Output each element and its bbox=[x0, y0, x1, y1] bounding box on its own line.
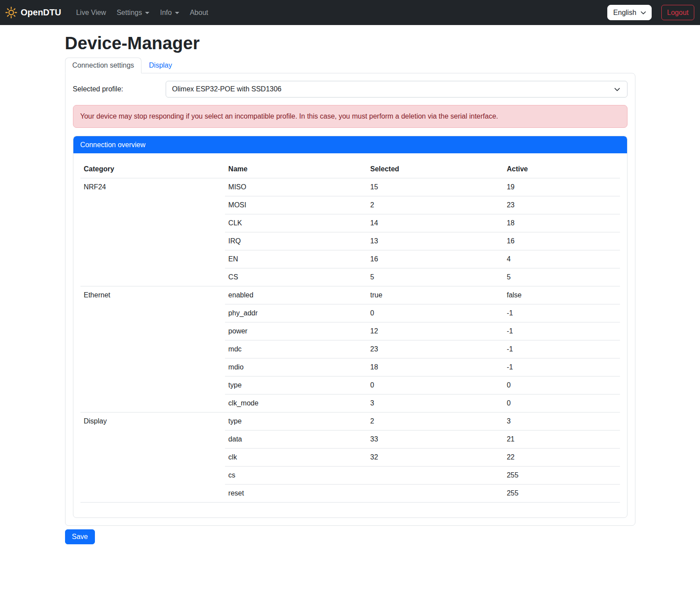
category-cell: Ethernet bbox=[80, 286, 225, 412]
connection-table: CategoryNameSelectedActive NRF24MISO1519… bbox=[80, 160, 620, 503]
chevron-down-icon bbox=[614, 86, 620, 94]
active-cell: 19 bbox=[503, 178, 620, 196]
tab-bar: Connection settings Display bbox=[65, 58, 635, 73]
active-cell: -1 bbox=[503, 358, 620, 376]
nav-item-label: Live View bbox=[76, 9, 106, 17]
selected-cell: 12 bbox=[367, 322, 504, 340]
selected-cell: 14 bbox=[367, 214, 504, 232]
selected-cell: 32 bbox=[367, 449, 504, 467]
selected-cell: 0 bbox=[367, 376, 504, 394]
name-cell: phy_addr bbox=[225, 304, 367, 322]
table-header-row: CategoryNameSelectedActive bbox=[80, 160, 620, 178]
nav-links: Live View Settings Info About bbox=[71, 5, 214, 20]
table-row: Ethernetenabledtruefalse bbox=[80, 286, 620, 304]
page-title: Device-Manager bbox=[65, 33, 635, 54]
active-cell: 16 bbox=[503, 232, 620, 250]
active-cell: 255 bbox=[503, 467, 620, 485]
active-cell: 5 bbox=[503, 268, 620, 286]
name-cell: clk_mode bbox=[225, 394, 367, 412]
tab-display[interactable]: Display bbox=[141, 58, 179, 73]
name-cell: CLK bbox=[225, 214, 367, 232]
name-cell: data bbox=[225, 431, 367, 449]
column-header-name: Name bbox=[225, 160, 367, 178]
name-cell: cs bbox=[225, 467, 367, 485]
selected-cell: 18 bbox=[367, 358, 504, 376]
name-cell: CS bbox=[225, 268, 367, 286]
active-cell: 3 bbox=[503, 412, 620, 431]
nav-item-info[interactable]: Info bbox=[156, 5, 183, 20]
name-cell: mdio bbox=[225, 358, 367, 376]
selected-cell: 16 bbox=[367, 250, 504, 268]
nav-item-settings[interactable]: Settings bbox=[113, 5, 153, 20]
brand-label: OpenDTU bbox=[21, 7, 61, 18]
active-cell: 23 bbox=[503, 196, 620, 214]
column-header-active: Active bbox=[503, 160, 620, 178]
nav-item-live-view[interactable]: Live View bbox=[73, 5, 109, 20]
name-cell: enabled bbox=[225, 286, 367, 304]
profile-row: Selected profile: Olimex ESP32-POE with … bbox=[73, 81, 627, 98]
selected-cell bbox=[367, 467, 504, 485]
active-cell: 0 bbox=[503, 394, 620, 412]
selected-cell: 33 bbox=[367, 431, 504, 449]
category-cell: NRF24 bbox=[80, 178, 225, 286]
logout-button[interactable]: Logout bbox=[661, 5, 694, 20]
language-select[interactable]: English bbox=[607, 5, 652, 20]
selected-cell: 23 bbox=[367, 340, 504, 358]
name-cell: clk bbox=[225, 449, 367, 467]
name-cell: EN bbox=[225, 250, 367, 268]
name-cell: power bbox=[225, 322, 367, 340]
profile-label: Selected profile: bbox=[73, 85, 166, 93]
active-cell: 4 bbox=[503, 250, 620, 268]
name-cell: type bbox=[225, 376, 367, 394]
name-cell: MOSI bbox=[225, 196, 367, 214]
card-header: Connection overview bbox=[73, 136, 627, 153]
nav-item-about[interactable]: About bbox=[186, 5, 212, 20]
main-container: Device-Manager Connection settings Displ… bbox=[65, 33, 635, 544]
selected-cell: 13 bbox=[367, 232, 504, 250]
connection-overview-card: Connection overview CategoryNameSelected… bbox=[73, 136, 627, 518]
table-row: NRF24MISO1519 bbox=[80, 178, 620, 196]
name-cell: reset bbox=[225, 485, 367, 503]
nav-item-label: Settings bbox=[116, 9, 142, 17]
table-row: Displaytype23 bbox=[80, 412, 620, 431]
card-body: CategoryNameSelectedActive NRF24MISO1519… bbox=[73, 153, 627, 517]
navbar: OpenDTU Live View Settings Info About En… bbox=[0, 0, 700, 25]
save-button[interactable]: Save bbox=[65, 529, 95, 544]
selected-cell: 2 bbox=[367, 412, 504, 431]
caret-down-icon bbox=[145, 12, 149, 14]
chevron-down-icon bbox=[640, 10, 646, 18]
language-select-value: English bbox=[613, 9, 636, 17]
nav-item-label: Info bbox=[160, 9, 172, 17]
active-cell: -1 bbox=[503, 340, 620, 358]
active-cell: 21 bbox=[503, 431, 620, 449]
caret-down-icon bbox=[175, 12, 179, 14]
category-cell: Display bbox=[80, 412, 225, 503]
nav-item-label: About bbox=[190, 9, 208, 17]
selected-cell: 5 bbox=[367, 268, 504, 286]
active-cell: 255 bbox=[503, 485, 620, 503]
selected-cell: 3 bbox=[367, 394, 504, 412]
selected-cell: 15 bbox=[367, 178, 504, 196]
active-cell: false bbox=[503, 286, 620, 304]
brand[interactable]: OpenDTU bbox=[5, 7, 61, 18]
name-cell: MISO bbox=[225, 178, 367, 196]
column-header-category: Category bbox=[80, 160, 225, 178]
active-cell: 0 bbox=[503, 376, 620, 394]
tab-connection-settings[interactable]: Connection settings bbox=[65, 58, 142, 73]
name-cell: IRQ bbox=[225, 232, 367, 250]
selected-cell bbox=[367, 485, 504, 503]
selected-cell: 0 bbox=[367, 304, 504, 322]
active-cell: -1 bbox=[503, 322, 620, 340]
name-cell: mdc bbox=[225, 340, 367, 358]
selected-cell: true bbox=[367, 286, 504, 304]
name-cell: type bbox=[225, 412, 367, 431]
tab-content: Selected profile: Olimex ESP32-POE with … bbox=[65, 73, 635, 526]
sun-icon bbox=[5, 7, 17, 18]
profile-select[interactable]: Olimex ESP32-POE with SSD1306 bbox=[166, 81, 627, 98]
column-header-selected: Selected bbox=[367, 160, 504, 178]
active-cell: 22 bbox=[503, 449, 620, 467]
profile-select-value: Olimex ESP32-POE with SSD1306 bbox=[172, 85, 282, 93]
danger-alert: Your device may stop responding if you s… bbox=[73, 105, 627, 128]
active-cell: -1 bbox=[503, 304, 620, 322]
active-cell: 18 bbox=[503, 214, 620, 232]
